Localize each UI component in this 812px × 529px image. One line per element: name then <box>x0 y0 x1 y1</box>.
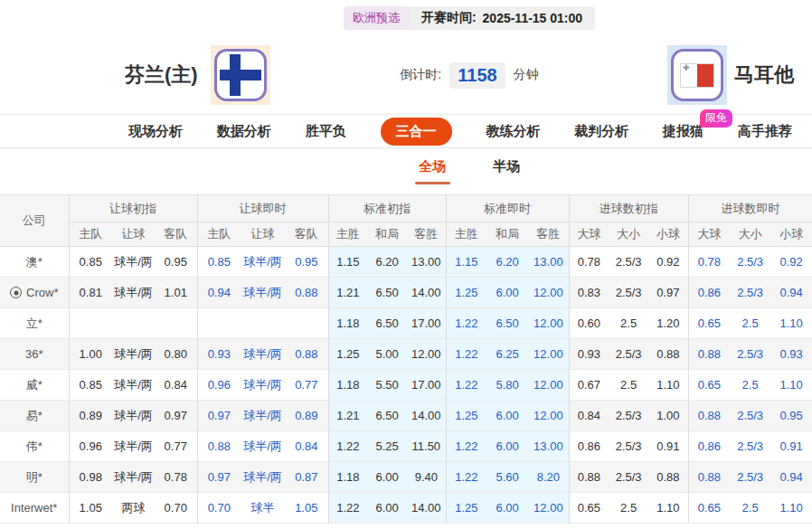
odds-cell: 1.20 <box>648 308 688 339</box>
odds-cell: 17.00 <box>407 308 446 339</box>
company-cell[interactable]: 立* <box>0 308 69 339</box>
sub-tab-label: 半场 <box>493 158 520 175</box>
column-header: 主队 <box>69 222 112 247</box>
away-team-name: 马耳他 <box>734 36 794 114</box>
odds-cell: 6.00 <box>367 493 407 524</box>
odds-cell: 0.93 <box>770 339 812 370</box>
nav-tab-win-draw-loss[interactable]: 胜平负 <box>306 123 346 140</box>
odds-cell: 球半/两 <box>112 370 155 401</box>
odds-cell: 12.00 <box>528 339 569 370</box>
odds-cell: 14.00 <box>407 493 446 524</box>
odds-cell: 2.5 <box>730 308 770 339</box>
kickoff-label: 开赛时间: <box>421 10 477 26</box>
odds-cell: 6.00 <box>367 462 407 493</box>
odds-cell: 0.67 <box>569 370 609 401</box>
nav-tab-three-in-one[interactable]: 三合一 <box>381 118 452 146</box>
odds-cell: 1.10 <box>770 308 812 339</box>
odds-cell: 0.88 <box>285 278 328 308</box>
odds-cell: 6.50 <box>367 401 407 431</box>
odds-cell: 6.25 <box>486 339 528 370</box>
odds-cell: 0.92 <box>648 247 688 278</box>
odds-cell <box>285 308 328 339</box>
odds-cell: 1.25 <box>328 339 367 370</box>
table-row: 立*1.186.5017.001.226.5012.000.602.51.200… <box>0 308 812 339</box>
odds-cell: 2.5 <box>609 493 648 524</box>
odds-cell: 1.21 <box>328 278 367 308</box>
odds-cell: 0.94 <box>197 278 241 308</box>
company-cell[interactable]: Interwet* <box>0 493 69 524</box>
column-header: 大球 <box>688 222 730 247</box>
column-header: 主胜 <box>446 222 486 247</box>
odds-cell: 0.60 <box>569 308 609 339</box>
column-header: 大小 <box>609 222 648 247</box>
odds-cell: 0.98 <box>69 462 112 493</box>
column-header: 主队 <box>197 222 241 247</box>
odds-cell: 0.65 <box>688 493 730 524</box>
company-cell[interactable]: 伟* <box>0 431 69 462</box>
odds-cell: 5.50 <box>367 370 407 401</box>
league-badge[interactable]: 欧洲预选 <box>344 6 409 30</box>
odds-cell: 1.25 <box>446 401 486 431</box>
odds-cell: 0.88 <box>648 339 688 370</box>
odds-cell: 2.5/3 <box>609 462 648 493</box>
countdown-value: 1158 <box>449 62 505 89</box>
nav-tab-coach-analysis[interactable]: 教练分析 <box>486 123 540 140</box>
odds-cell: 球半/两 <box>112 462 155 493</box>
nav-tab-referee-analysis[interactable]: 裁判分析 <box>574 123 628 140</box>
odds-cell: 0.85 <box>69 370 112 401</box>
odds-cell: 2.5/3 <box>609 401 648 431</box>
company-cell[interactable]: 36* <box>0 339 69 370</box>
table-row: 明*0.98球半/两0.780.97球半/两0.871.186.009.401.… <box>0 462 812 493</box>
odds-cell: 0.77 <box>285 370 328 401</box>
column-header: 和局 <box>486 222 528 247</box>
sub-tab-full-match[interactable]: 全场 <box>419 158 446 184</box>
sub-tab-half-match[interactable]: 半场 <box>493 158 520 184</box>
odds-cell: 0.95 <box>285 247 328 278</box>
odds-cell: 0.94 <box>770 278 812 308</box>
nav-tab-jiebao-cat[interactable]: 捷报猫限免 <box>663 123 703 140</box>
odds-cell: 0.92 <box>770 247 812 278</box>
team-header: 芬兰(主) 倒计时: 1158 分钟 ✚ 马耳他 <box>0 36 812 114</box>
odds-cell: 6.00 <box>486 493 528 524</box>
odds-cell: 2.5/3 <box>730 278 770 308</box>
group-header: 标准初指 <box>328 195 446 222</box>
nav-tab-expert-picks[interactable]: 高手推荐 <box>738 123 792 140</box>
odds-cell: 13.00 <box>407 247 446 278</box>
company-cell[interactable]: 易* <box>0 401 69 431</box>
limited-free-badge: 限免 <box>700 109 732 128</box>
odds-cell: 0.86 <box>688 431 730 462</box>
odds-cell: 2.5/3 <box>609 431 648 462</box>
top-bar: 欧洲预选 开赛时间: 2025-11-15 01:00 <box>127 0 812 36</box>
odds-cell: 0.70 <box>155 493 197 524</box>
company-cell[interactable]: 明* <box>0 462 69 493</box>
odds-cell: 0.97 <box>648 278 688 308</box>
odds-cell: 2.5/3 <box>730 247 770 278</box>
odds-cell: 1.10 <box>648 370 688 401</box>
odds-cell: 6.50 <box>367 308 407 339</box>
odds-cell: 1.22 <box>446 308 486 339</box>
odds-cell: 0.96 <box>69 431 112 462</box>
nav-tab-live-analysis[interactable]: 现场分析 <box>128 123 183 140</box>
odds-cell: 0.78 <box>569 247 609 278</box>
odds-cell: 0.88 <box>688 339 730 370</box>
company-cell[interactable]: 澳* <box>0 247 69 278</box>
nav-tab-data-analysis[interactable]: 数据分析 <box>217 123 271 140</box>
odds-cell: 0.88 <box>688 401 730 431</box>
company-cell[interactable]: 威* <box>0 370 69 401</box>
odds-cell: 0.84 <box>155 370 197 401</box>
countdown-label: 倒计时: <box>400 67 441 83</box>
odds-cell: 1.22 <box>328 431 367 462</box>
odds-cell: 13.00 <box>528 247 569 278</box>
odds-cell: 1.25 <box>446 278 486 308</box>
odds-cell: 0.87 <box>285 462 328 493</box>
odds-cell <box>155 308 197 339</box>
odds-cell: 球半/两 <box>112 339 155 370</box>
odds-cell: 6.50 <box>367 278 407 308</box>
odds-cell: 1.10 <box>648 493 688 524</box>
odds-cell: 球半/两 <box>241 401 285 431</box>
odds-cell: 5.60 <box>486 462 528 493</box>
odds-cell: 0.88 <box>688 462 730 493</box>
table-row: 威*0.85球半/两0.840.96球半/两0.771.185.5017.001… <box>0 370 812 401</box>
company-cell[interactable]: Crow* <box>0 278 69 308</box>
odds-cell: 2.5/3 <box>609 278 648 308</box>
